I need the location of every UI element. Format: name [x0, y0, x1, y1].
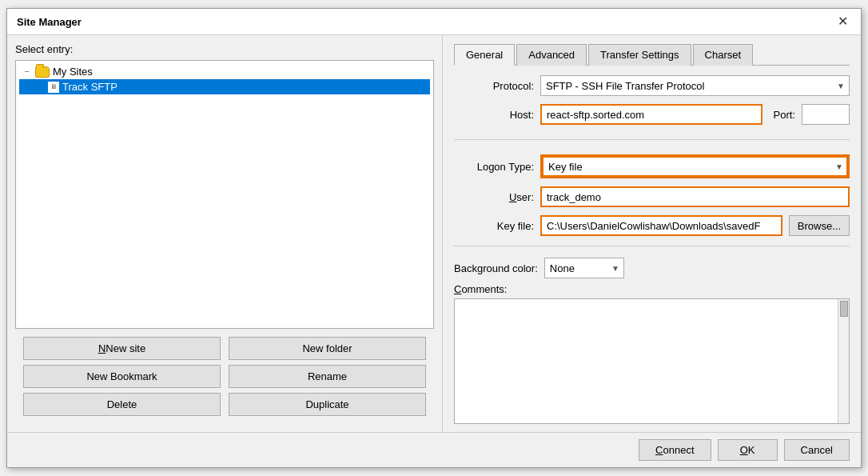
- new-bookmark-button[interactable]: New Bookmark: [23, 365, 221, 388]
- select-entry-label: Select entry:: [15, 43, 434, 55]
- site-icon: 🖥: [48, 82, 59, 93]
- scrollbar-thumb: [840, 301, 848, 317]
- user-label: User:: [454, 191, 534, 203]
- browse-button[interactable]: Browse...: [789, 215, 850, 236]
- duplicate-button[interactable]: Duplicate: [229, 393, 426, 416]
- tree-area[interactable]: − My Sites 🖥 Track SFTP: [15, 60, 434, 329]
- tab-advanced[interactable]: Advanced: [516, 44, 587, 66]
- tree-folder-label: My Sites: [53, 66, 93, 78]
- divider-1: [454, 139, 850, 140]
- logon-type-row: Logon Type: Key file ▼: [454, 154, 850, 178]
- bg-color-select[interactable]: None: [544, 258, 624, 278]
- comments-textarea[interactable]: [455, 299, 838, 423]
- dialog-title: Site Manager: [17, 16, 82, 28]
- dialog-footer: Connect OK Cancel: [7, 432, 861, 467]
- ok-button[interactable]: OK: [718, 439, 778, 461]
- logon-type-label: Logon Type:: [454, 161, 534, 173]
- divider-2: [454, 246, 850, 246]
- new-site-button[interactable]: NNew site: [23, 337, 221, 360]
- tab-charset[interactable]: Charset: [693, 44, 754, 66]
- protocol-select[interactable]: SFTP - SSH File Transfer Protocol: [540, 75, 850, 96]
- tree-folder-my-sites[interactable]: − My Sites: [19, 64, 430, 79]
- dialog-body: Select entry: − My Sites 🖥 Track SFTP NN…: [7, 35, 861, 432]
- comments-scrollbar[interactable]: [838, 299, 849, 423]
- title-bar: Site Manager ✕: [7, 9, 861, 35]
- key-file-input[interactable]: [540, 215, 782, 236]
- bg-color-label: Background color:: [454, 262, 538, 274]
- folder-icon: [35, 66, 50, 78]
- port-label: Port:: [774, 109, 795, 121]
- new-folder-button[interactable]: New folder: [229, 337, 426, 360]
- port-input[interactable]: [802, 104, 850, 125]
- tab-transfer-settings[interactable]: Transfer Settings: [588, 44, 691, 66]
- bg-color-select-wrapper: None ▼: [544, 258, 624, 278]
- host-input[interactable]: [540, 104, 762, 125]
- btn-row-1: NNew site New folder: [23, 337, 426, 360]
- logon-type-select[interactable]: Key file: [542, 156, 848, 177]
- protocol-label: Protocol:: [454, 80, 534, 92]
- bg-color-row: Background color: None ▼: [454, 258, 850, 278]
- close-button[interactable]: ✕: [834, 15, 851, 28]
- tree-item-track-sftp[interactable]: 🖥 Track SFTP: [19, 79, 430, 94]
- delete-button[interactable]: Delete: [23, 393, 221, 416]
- right-panel: General Advanced Transfer Settings Chars…: [443, 35, 861, 432]
- tree-item-label: Track SFTP: [62, 81, 117, 93]
- user-row: User:: [454, 186, 850, 207]
- comments-label: Comments:: [454, 283, 850, 295]
- protocol-row: Protocol: SFTP - SSH File Transfer Proto…: [454, 75, 850, 96]
- left-panel: Select entry: − My Sites 🖥 Track SFTP NN…: [7, 35, 443, 432]
- form-section: Protocol: SFTP - SSH File Transfer Proto…: [454, 75, 850, 236]
- rename-button[interactable]: Rename: [229, 365, 426, 388]
- connect-button[interactable]: Connect: [639, 439, 711, 461]
- host-label: Host:: [454, 109, 534, 121]
- right-form: Protocol: SFTP - SSH File Transfer Proto…: [454, 75, 850, 424]
- btn-row-2: New Bookmark Rename: [23, 365, 426, 388]
- comments-row: Comments:: [454, 278, 850, 424]
- key-file-label: Key file:: [454, 220, 534, 232]
- tabs: General Advanced Transfer Settings Chars…: [454, 43, 850, 66]
- protocol-select-wrapper: SFTP - SSH File Transfer Protocol ▼: [540, 75, 850, 96]
- expand-icon: −: [22, 67, 32, 76]
- bottom-buttons: NNew site New folder New Bookmark Rename…: [15, 329, 434, 424]
- cancel-button[interactable]: Cancel: [784, 439, 850, 461]
- logon-type-select-wrapper: Key file ▼: [540, 154, 850, 178]
- user-input[interactable]: [540, 186, 850, 207]
- tab-general[interactable]: General: [454, 44, 515, 66]
- comments-textarea-wrap: [454, 298, 850, 424]
- site-manager-dialog: Site Manager ✕ Select entry: − My Sites …: [6, 8, 862, 468]
- btn-row-3: Delete Duplicate: [23, 393, 426, 416]
- host-row: Host: Port:: [454, 104, 850, 125]
- key-file-row: Key file: Browse...: [454, 215, 850, 236]
